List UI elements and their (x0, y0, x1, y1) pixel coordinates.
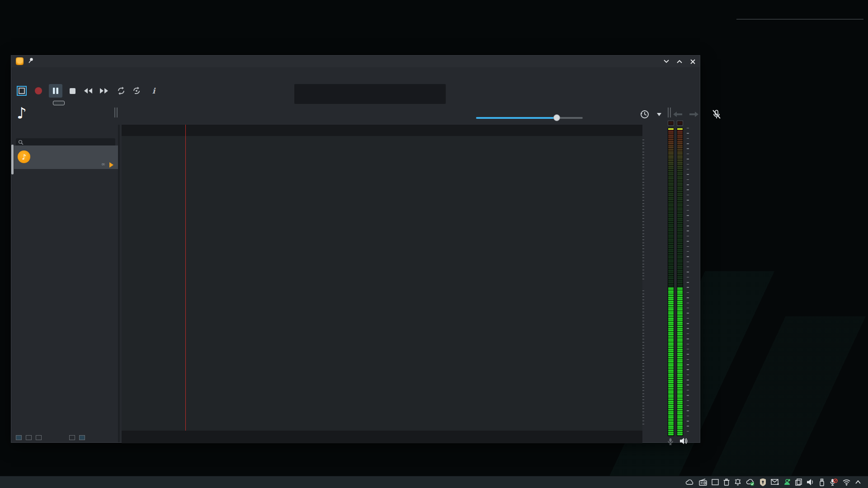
db-scale-ticks (687, 128, 689, 436)
playhead-line[interactable] (185, 125, 186, 431)
opened-file-item[interactable]: ♪ ∞ (14, 145, 118, 169)
clip-indicator-right[interactable] (677, 121, 683, 126)
maximize-button[interactable] (675, 57, 684, 66)
file-search-box[interactable] (16, 138, 115, 146)
timeline-ruler[interactable] (122, 431, 642, 443)
view-panel-icon[interactable] (79, 435, 85, 440)
menubar (11, 67, 700, 81)
fast-forward-button[interactable] (97, 84, 111, 98)
time-display (294, 84, 446, 104)
mic-muted-icon[interactable] (829, 479, 838, 486)
titlebar[interactable] (11, 56, 700, 67)
sidebar-scrollbar[interactable] (11, 145, 14, 174)
window-icon[interactable] (712, 479, 719, 485)
app-icon (16, 57, 24, 65)
wifi-icon[interactable] (842, 479, 851, 486)
info-button[interactable]: i (147, 84, 160, 98)
selection-tool-button[interactable] (15, 84, 28, 98)
desktop-clock-widget (6, 1, 9, 13)
audio-file-icon: ♪ (18, 150, 30, 163)
pin-icon[interactable] (28, 57, 34, 64)
amplitude-ruler-ch2 (644, 291, 660, 424)
clipboard-icon[interactable] (795, 479, 802, 486)
bell-icon[interactable] (734, 479, 741, 486)
clip-indicator-left[interactable] (668, 121, 674, 126)
panel-header (11, 125, 118, 128)
record-button[interactable] (32, 84, 45, 98)
file-play-icon[interactable] (109, 162, 113, 168)
close-button[interactable] (688, 57, 697, 66)
view-list-icon[interactable] (26, 435, 32, 440)
amplitude-ruler-ch1 (644, 140, 660, 278)
ocenaudio-window: i ♪ (11, 55, 700, 443)
music-note-icon: ♪ (17, 104, 27, 122)
cloud-icon[interactable] (685, 479, 694, 486)
shade-button[interactable] (662, 57, 671, 66)
password-manager-icon[interactable] (760, 479, 766, 486)
pause-button[interactable] (49, 84, 62, 98)
vu-meter-left (668, 128, 674, 436)
mail-icon[interactable] (771, 479, 779, 485)
mic-icon[interactable] (667, 438, 674, 447)
toolbar-drag-handle[interactable] (668, 108, 671, 117)
system-monitor-widget (736, 11, 863, 103)
waveform-editor[interactable] (122, 136, 642, 431)
radio-icon[interactable] (699, 479, 707, 486)
stop-button[interactable] (66, 84, 79, 98)
opened-files-panel: ♪ ∞ (11, 125, 120, 442)
toolbar-drag-handle[interactable] (114, 108, 118, 117)
usb-icon[interactable] (819, 479, 825, 486)
view-compact-icon[interactable] (16, 435, 22, 440)
loop-selection-button[interactable] (130, 84, 143, 98)
chevron-up-icon[interactable] (855, 480, 861, 484)
network-speed-canvas (769, 35, 862, 103)
view-detail-icon[interactable] (69, 435, 75, 440)
tooltip (53, 101, 65, 105)
waveform-overview[interactable] (122, 125, 642, 136)
edit-toolbar: ♪ (11, 102, 700, 125)
view-grid-icon[interactable] (36, 435, 42, 440)
taskbar (0, 476, 868, 488)
search-icon (18, 140, 24, 145)
trash-icon[interactable] (723, 479, 730, 486)
speaker-icon[interactable] (679, 437, 688, 446)
link-icon: ∞ (101, 161, 105, 167)
input-monitor-muted-icon[interactable] (712, 109, 721, 119)
search-input[interactable] (24, 140, 115, 145)
network-speed-chart (736, 35, 863, 103)
sidebar-view-toggles (11, 434, 118, 441)
volume-icon[interactable] (807, 479, 815, 486)
user-status-icon[interactable] (783, 479, 791, 486)
rewind-button[interactable] (81, 84, 95, 98)
vu-meter-right (677, 128, 683, 436)
transport-toolbar: i (11, 81, 700, 102)
cloud-sync-icon[interactable] (746, 479, 755, 486)
loop-button[interactable] (114, 84, 128, 98)
